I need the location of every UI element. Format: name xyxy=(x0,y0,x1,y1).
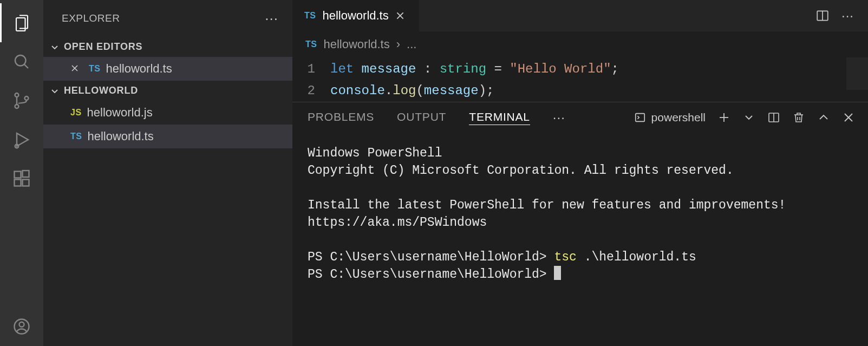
open-editor-filename: helloworld.ts xyxy=(106,62,172,76)
panel-tab-problems[interactable]: PROBLEMS xyxy=(308,110,374,125)
svg-line-1 xyxy=(24,64,28,68)
chevron-down-icon xyxy=(50,42,60,52)
split-editor-icon[interactable] xyxy=(815,9,830,23)
terminal-line: Install the latest PowerShell for new fe… xyxy=(308,197,865,214)
svg-marker-5 xyxy=(17,133,28,146)
terminal-prompt[interactable]: PS C:\Users\username\HelloWorld> xyxy=(308,266,865,283)
file-name: helloworld.ts xyxy=(87,129,153,143)
split-terminal-icon[interactable] xyxy=(767,111,780,124)
ts-file-icon: TS xyxy=(305,40,317,49)
close-icon[interactable] xyxy=(395,11,405,21)
chevron-down-icon xyxy=(50,86,60,96)
terminal-line: https://aka.ms/PSWindows xyxy=(308,214,865,231)
breadcrumb-tail: ... xyxy=(407,37,416,51)
breadcrumb[interactable]: TS helloworld.ts › ... xyxy=(292,31,868,57)
line-number: 1 xyxy=(292,58,330,80)
terminal-line: Windows PowerShell xyxy=(308,145,865,162)
terminal-dropdown-icon[interactable] xyxy=(742,111,755,124)
svg-point-12 xyxy=(19,322,24,327)
panel-tab-row: PROBLEMS OUTPUT TERMINAL ··· powershell xyxy=(292,102,868,133)
svg-point-0 xyxy=(15,55,26,66)
svg-point-2 xyxy=(15,93,19,97)
file-item-js[interactable]: JS helloworld.js xyxy=(43,101,292,125)
close-panel-icon[interactable] xyxy=(842,111,855,124)
breadcrumb-separator: › xyxy=(396,37,400,51)
svg-rect-9 xyxy=(23,180,29,186)
svg-rect-8 xyxy=(15,180,21,186)
ts-file-icon: TS xyxy=(304,11,316,21)
terminal-shell-indicator[interactable]: powershell xyxy=(634,111,706,124)
open-editors-section[interactable]: OPEN EDITORS xyxy=(43,37,292,57)
svg-point-4 xyxy=(25,96,29,100)
terminal-line: PS C:\Users\username\HelloWorld> tsc .\h… xyxy=(308,249,865,266)
code-content[interactable]: let message : string = "Hello World"; xyxy=(330,58,619,80)
js-file-icon: JS xyxy=(70,108,82,117)
svg-rect-10 xyxy=(23,171,29,177)
code-line[interactable]: 1let message : string = "Hello World"; xyxy=(292,58,868,80)
bottom-panel: PROBLEMS OUTPUT TERMINAL ··· powershell xyxy=(292,102,868,346)
close-icon[interactable] xyxy=(70,64,80,74)
terminal-line: Copyright (C) Microsoft Corporation. All… xyxy=(308,162,865,179)
kill-terminal-icon[interactable] xyxy=(792,111,805,124)
terminal-shell-name: powershell xyxy=(651,111,706,124)
code-editor[interactable]: 1let message : string = "Hello World";2c… xyxy=(292,57,868,102)
panel-tab-output[interactable]: OUTPUT xyxy=(397,110,446,125)
activity-explorer-icon[interactable] xyxy=(0,3,43,42)
terminal-cursor xyxy=(554,266,561,280)
svg-rect-19 xyxy=(635,114,644,122)
svg-point-3 xyxy=(15,105,19,108)
ts-file-icon: TS xyxy=(70,132,82,141)
editor-tab-label: helloworld.ts xyxy=(322,9,388,23)
folder-label: HELLOWORLD xyxy=(64,85,138,96)
file-item-ts[interactable]: TS helloworld.ts xyxy=(43,125,292,148)
explorer-title: EXPLORER xyxy=(62,12,120,24)
open-editors-label: OPEN EDITORS xyxy=(64,41,142,53)
editor-area: TS helloworld.ts ··· TS helloworld.ts › … xyxy=(292,0,868,346)
activity-accounts-icon[interactable] xyxy=(0,307,43,346)
panel-tab-terminal[interactable]: TERMINAL xyxy=(469,110,530,125)
file-name: helloworld.js xyxy=(87,106,153,120)
terminal-line xyxy=(308,179,865,197)
new-terminal-icon[interactable] xyxy=(717,111,730,124)
line-number: 2 xyxy=(292,80,330,102)
breadcrumb-file: helloworld.ts xyxy=(323,37,389,51)
editor-tab-row: TS helloworld.ts ··· xyxy=(292,0,868,31)
code-line[interactable]: 2console.log(message); xyxy=(292,80,868,102)
minimap[interactable] xyxy=(846,57,868,90)
terminal-line xyxy=(308,231,865,249)
activity-run-debug-icon[interactable] xyxy=(0,120,43,159)
ts-file-icon: TS xyxy=(89,64,100,74)
explorer-sidebar: EXPLORER ··· OPEN EDITORS TS helloworld.… xyxy=(43,0,292,346)
activity-extensions-icon[interactable] xyxy=(0,159,43,198)
maximize-panel-icon[interactable] xyxy=(817,111,830,124)
code-content[interactable]: console.log(message); xyxy=(330,80,494,102)
terminal-output[interactable]: Windows PowerShellCopyright (C) Microsof… xyxy=(292,133,868,346)
open-editor-item[interactable]: TS helloworld.ts xyxy=(43,57,292,81)
folder-section[interactable]: HELLOWORLD xyxy=(43,81,292,101)
svg-rect-7 xyxy=(15,172,21,178)
explorer-header: EXPLORER ··· xyxy=(43,0,292,37)
activity-bar xyxy=(0,0,43,346)
activity-source-control-icon[interactable] xyxy=(0,81,43,120)
editor-tab[interactable]: TS helloworld.ts xyxy=(292,0,419,31)
activity-search-icon[interactable] xyxy=(0,42,43,81)
